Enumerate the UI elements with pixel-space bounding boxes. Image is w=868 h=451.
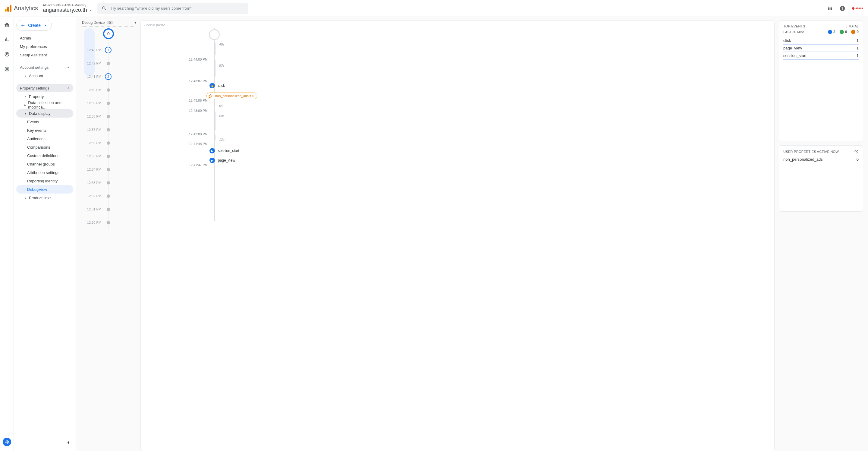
app-header: Analytics All accounts > ANGA Mastery an… <box>0 0 868 17</box>
search-icon <box>101 6 107 11</box>
product-name: Analytics <box>14 5 38 12</box>
account-logo[interactable]: ANGA <box>852 7 864 10</box>
search-input[interactable]: Try searching "where did my users come f… <box>97 3 248 14</box>
analytics-icon <box>5 5 11 12</box>
svg-text:?: ? <box>841 6 843 10</box>
help-icon[interactable]: ? <box>839 5 845 11</box>
breadcrumb: All accounts > ANGA Mastery <box>43 3 93 7</box>
ga-logo[interactable]: Analytics <box>5 5 38 12</box>
property-name: angamastery.co.th <box>43 7 87 13</box>
search-placeholder: Try searching "where did my users come f… <box>111 6 192 10</box>
property-switcher[interactable]: All accounts > ANGA Mastery angamastery.… <box>43 3 93 13</box>
apps-icon[interactable] <box>827 6 833 11</box>
chevron-down-icon <box>88 8 93 12</box>
